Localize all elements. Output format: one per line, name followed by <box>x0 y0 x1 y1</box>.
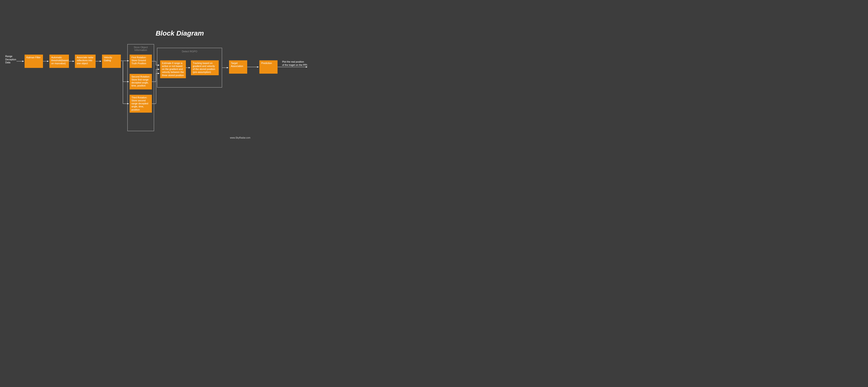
block-first-rotation: First Rotation: Store Ground Truth Posit… <box>130 55 152 68</box>
output-label: Plot the real position of the traget on … <box>282 60 308 67</box>
block-prediction: Prediction <box>259 60 278 74</box>
block-second-rotation: Second Rotation: Store first range decep… <box>130 74 152 90</box>
block-associate-radar: Associate radar reflections into one obj… <box>75 55 96 68</box>
block-estimate-range: Estimate if range is active or not based… <box>160 60 186 78</box>
footer-url: www.SkyRadar.com <box>230 137 250 139</box>
block-target-association: Target Association <box>229 60 247 74</box>
block-automatic-threshold: Automatic threshold(based on maxvalue) <box>50 55 69 68</box>
block-kalman-filter: Kalman Filter <box>25 55 43 68</box>
block-tracking-gradient: Tracking based on gradient and velocity … <box>191 60 219 75</box>
group-detect-title: Detect RGPO <box>157 50 222 53</box>
group-store-title: Store Object Information <box>127 46 154 51</box>
block-velocity-gating: Velocity Gating <box>102 55 121 68</box>
diagram-canvas: Block Diagram Range Deception Data Kalma… <box>0 0 360 160</box>
diagram-title: Block Diagram <box>0 29 360 37</box>
block-third-rotation: Third Rotation: Store second range decep… <box>130 95 152 113</box>
input-label: Range Deception Data <box>5 55 16 64</box>
